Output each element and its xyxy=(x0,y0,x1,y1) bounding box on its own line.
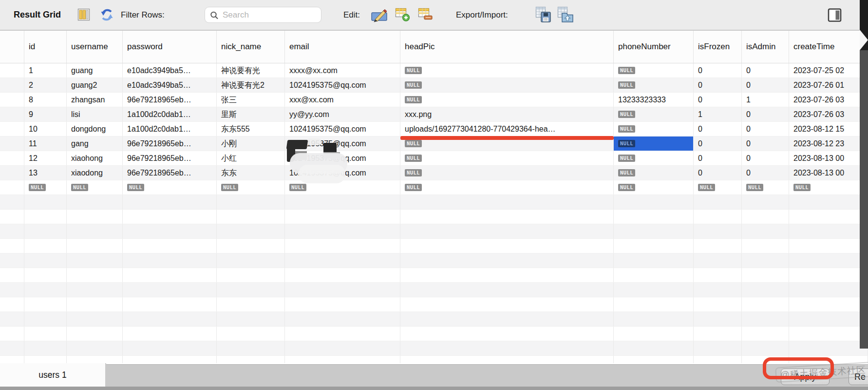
cell-createTime[interactable]: NULL xyxy=(789,180,868,195)
cell-empty[interactable] xyxy=(400,283,614,297)
cell-password[interactable]: NULL xyxy=(123,180,217,195)
cell-selector[interactable] xyxy=(0,63,24,78)
cell-selector[interactable] xyxy=(0,122,24,136)
cell-id[interactable]: 12 xyxy=(24,151,67,165)
cell-password[interactable]: 96e79218965eb… xyxy=(123,136,217,151)
search-input[interactable] xyxy=(223,8,318,22)
cell-password[interactable]: e10adc3949ba5… xyxy=(123,63,217,78)
table-row[interactable] xyxy=(0,327,868,341)
cell-empty[interactable] xyxy=(67,210,123,224)
cell-empty[interactable] xyxy=(217,341,285,355)
cell-empty[interactable] xyxy=(24,195,67,209)
cell-empty[interactable] xyxy=(123,312,217,326)
cell-empty[interactable] xyxy=(614,268,694,282)
cell-empty[interactable] xyxy=(742,327,789,341)
cell-empty[interactable] xyxy=(123,195,217,209)
cell-empty[interactable] xyxy=(400,341,614,355)
cell-empty[interactable] xyxy=(400,224,614,238)
cell-isAdmin[interactable]: 0 xyxy=(742,136,789,151)
cell-empty[interactable] xyxy=(614,239,694,253)
cell-empty[interactable] xyxy=(67,356,123,363)
column-header-createTime[interactable]: createTime xyxy=(789,31,868,63)
cell-empty[interactable] xyxy=(285,254,400,268)
cell-phoneNumber[interactable]: 13233323333 xyxy=(614,93,694,107)
insert-row-icon[interactable] xyxy=(395,7,410,22)
table-row[interactable] xyxy=(0,283,868,297)
cell-id[interactable]: NULL xyxy=(24,180,67,195)
cell-nick_name[interactable]: 神说要有光2 xyxy=(217,78,285,92)
cell-empty[interactable] xyxy=(285,341,400,355)
cell-empty[interactable] xyxy=(285,195,400,209)
table-row[interactable] xyxy=(0,210,868,224)
cell-empty[interactable] xyxy=(742,297,789,312)
cell-empty[interactable] xyxy=(614,224,694,238)
column-header-selector[interactable] xyxy=(0,31,24,63)
cell-empty[interactable] xyxy=(67,254,123,268)
cell-createTime[interactable]: 2023-07-26 03 xyxy=(789,93,868,107)
cell-createTime[interactable]: 2023-07-26 03 xyxy=(789,107,868,121)
cell-empty[interactable] xyxy=(217,312,285,326)
cell-empty[interactable] xyxy=(67,327,123,341)
cell-isFrozen[interactable]: 0 xyxy=(694,166,742,180)
column-header-isFrozen[interactable]: isFrozen xyxy=(694,31,742,63)
cell-empty[interactable] xyxy=(217,327,285,341)
table-row[interactable] xyxy=(0,254,868,268)
cell-empty[interactable] xyxy=(694,239,742,253)
cell-isAdmin[interactable]: NULL xyxy=(742,180,789,195)
cell-empty[interactable] xyxy=(217,297,285,312)
cell-empty[interactable] xyxy=(0,356,24,363)
cell-empty[interactable] xyxy=(614,312,694,326)
cell-empty[interactable] xyxy=(742,254,789,268)
cell-empty[interactable] xyxy=(614,254,694,268)
grid-view-icon[interactable] xyxy=(77,7,91,22)
cell-empty[interactable] xyxy=(742,312,789,326)
cell-isAdmin[interactable]: 0 xyxy=(742,122,789,136)
cell-phoneNumber[interactable]: NULL xyxy=(614,136,694,151)
cell-nick_name[interactable]: 小刚 xyxy=(217,136,285,151)
cell-empty[interactable] xyxy=(742,224,789,238)
column-header-email[interactable]: email xyxy=(285,31,400,63)
cell-empty[interactable] xyxy=(123,297,217,312)
cell-isFrozen[interactable]: 1 xyxy=(694,107,742,121)
cell-phoneNumber[interactable]: NULL xyxy=(614,63,694,78)
cell-phoneNumber[interactable]: NULL xyxy=(614,180,694,195)
cell-headPic[interactable]: NULL xyxy=(400,166,614,180)
column-header-isAdmin[interactable]: isAdmin xyxy=(742,31,789,63)
cell-empty[interactable] xyxy=(400,327,614,341)
cell-isFrozen[interactable]: 0 xyxy=(694,93,742,107)
cell-createTime[interactable]: 2023-08-12 23 xyxy=(789,136,868,151)
cell-nick_name[interactable]: 东东555 xyxy=(217,122,285,136)
cell-headPic[interactable]: NULL xyxy=(400,151,614,165)
cell-nick_name[interactable]: 里斯 xyxy=(217,107,285,121)
table-row[interactable] xyxy=(0,356,868,363)
cell-isAdmin[interactable]: 0 xyxy=(742,166,789,180)
cell-phoneNumber[interactable]: NULL xyxy=(614,166,694,180)
cell-empty[interactable] xyxy=(285,239,400,253)
cell-empty[interactable] xyxy=(0,268,24,282)
table-row[interactable]: NULLNULLNULLNULLNULLNULLNULLNULLNULLNULL xyxy=(0,180,868,195)
table-row[interactable]: 9lisi1a100d2c0dab1…里斯yy@yy.comxxx.pngNUL… xyxy=(0,107,868,122)
cell-empty[interactable] xyxy=(67,239,123,253)
cell-id[interactable]: 2 xyxy=(24,78,67,92)
cell-empty[interactable] xyxy=(123,341,217,355)
cell-headPic[interactable]: NULL xyxy=(400,180,614,195)
cell-username[interactable]: xiaohong xyxy=(67,151,123,165)
cell-empty[interactable] xyxy=(789,224,868,238)
cell-empty[interactable] xyxy=(217,254,285,268)
table-row[interactable] xyxy=(0,224,868,239)
table-row[interactable] xyxy=(0,195,868,210)
cell-email[interactable]: 1024195375@qq.com xyxy=(285,122,400,136)
cell-empty[interactable] xyxy=(24,341,67,355)
cell-empty[interactable] xyxy=(24,356,67,363)
cell-empty[interactable] xyxy=(123,268,217,282)
cell-empty[interactable] xyxy=(0,239,24,253)
cell-empty[interactable] xyxy=(123,283,217,297)
cell-empty[interactable] xyxy=(24,224,67,238)
cell-empty[interactable] xyxy=(694,297,742,312)
cell-empty[interactable] xyxy=(694,356,742,363)
cell-empty[interactable] xyxy=(400,312,614,326)
cell-empty[interactable] xyxy=(742,268,789,282)
table-row[interactable]: 2guang2e10adc3949ba5…神说要有光21024195375@qq… xyxy=(0,78,868,93)
column-header-headPic[interactable]: headPic xyxy=(400,31,614,63)
cell-empty[interactable] xyxy=(123,239,217,253)
